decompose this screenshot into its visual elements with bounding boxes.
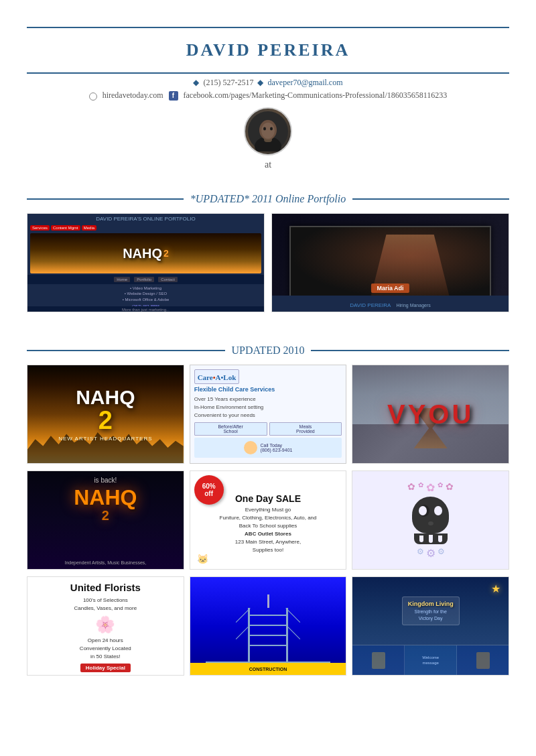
website-link[interactable]: hiredavetoday.com xyxy=(103,90,163,101)
avatar-at-text: at xyxy=(27,160,509,170)
facebook-link[interactable]: facebook.com/pages/Marketing-Communicati… xyxy=(184,90,448,101)
email-link[interactable]: daveper70@gmail.com xyxy=(267,78,342,88)
globe-icon xyxy=(89,92,97,101)
vyou-text: VYOU xyxy=(387,399,474,430)
portfolio-item-tower[interactable]: CONSTRUCTION xyxy=(190,576,347,676)
heading-line-right xyxy=(352,198,509,200)
portfolio-grid-2011: DAVID PEREIRA'S ONLINE PORTFOLIO Service… xyxy=(27,213,509,312)
section-2011-heading: *UPDATED* 2011 Online Portfolio xyxy=(27,193,509,205)
portfolio-row-2: is back! NAHQ 2 Independent Artists, Mus… xyxy=(27,470,509,570)
page-title: DAVID PEREIRA xyxy=(27,35,509,66)
links-row: hiredavetoday.com f facebook.com/pages/M… xyxy=(27,90,509,101)
portfolio-item-kingdom[interactable]: ★ Kingdom Living Strength for theVictory… xyxy=(352,576,509,676)
header-section: DAVID PEREIRA ◆ (215) 527-2517 ◆ daveper… xyxy=(27,13,509,180)
portfolio-item-skull[interactable]: ✿ ✿ ✿ ✿ ✿ xyxy=(352,470,509,570)
portfolio-row-1: NAHQ2 NEW ARTIST HEADQUARTERS Care•A•Lok… xyxy=(27,365,509,464)
avatar-section: at xyxy=(27,107,509,170)
portfolio-item-florists[interactable]: United Florists 100's of SelectionsCandl… xyxy=(27,576,184,676)
is-back-label: is back! xyxy=(94,477,117,484)
portfolio-item-video[interactable]: Maria Adi DAVID PEREIRA Hiring Managers xyxy=(271,213,509,312)
avatar xyxy=(244,107,292,155)
phone: (215) 527-2517 xyxy=(203,78,253,88)
nahq-concert-label: NAHQ2 xyxy=(76,387,135,433)
header-top-line xyxy=(27,27,509,28)
section-2010-heading: UPDATED 2010 xyxy=(27,344,509,357)
heading-line-2010-left xyxy=(27,350,225,351)
nahq-concert-sub: NEW ARTIST HEADQUARTERS xyxy=(58,436,152,442)
portfolio-item-vyou[interactable]: VYOU xyxy=(352,365,509,464)
portfolio-item-care[interactable]: Care•A•Lok Flexible Child Care Services … xyxy=(190,365,347,464)
heading-text-2011: *UPDATED* 2011 Online Portfolio xyxy=(190,193,346,205)
portfolio-row-3: United Florists 100's of SelectionsCandl… xyxy=(27,576,509,676)
contact-row: ◆ (215) 527-2517 ◆ daveper70@gmail.com xyxy=(27,78,509,88)
heading-text-2010: UPDATED 2010 xyxy=(232,344,305,357)
spacer-1 xyxy=(27,326,509,331)
heading-line-2010-right xyxy=(311,350,509,351)
svg-point-4 xyxy=(261,123,275,139)
portfolio-item-sale[interactable]: 60%off One Day SALE Everything Must goFu… xyxy=(190,470,347,570)
dot-2: ◆ xyxy=(257,78,263,88)
heading-line-left xyxy=(27,198,184,200)
portfolio-item-nahq-2011[interactable]: DAVID PEREIRA'S ONLINE PORTFOLIO Service… xyxy=(27,213,265,312)
dot-1: ◆ xyxy=(193,78,199,88)
nahq2-text: NAHQ xyxy=(74,487,137,508)
portfolio-item-nahq-concert[interactable]: NAHQ2 NEW ARTIST HEADQUARTERS xyxy=(27,365,184,464)
svg-point-5 xyxy=(263,127,266,131)
facebook-icon: f xyxy=(169,91,178,101)
portfolio-item-nahq2-dark[interactable]: is back! NAHQ 2 Independent Artists, Mus… xyxy=(27,470,184,570)
page-wrapper: DAVID PEREIRA ◆ (215) 527-2517 ◆ daveper… xyxy=(13,0,523,696)
svg-point-6 xyxy=(270,127,273,131)
header-bottom-line xyxy=(27,72,509,74)
